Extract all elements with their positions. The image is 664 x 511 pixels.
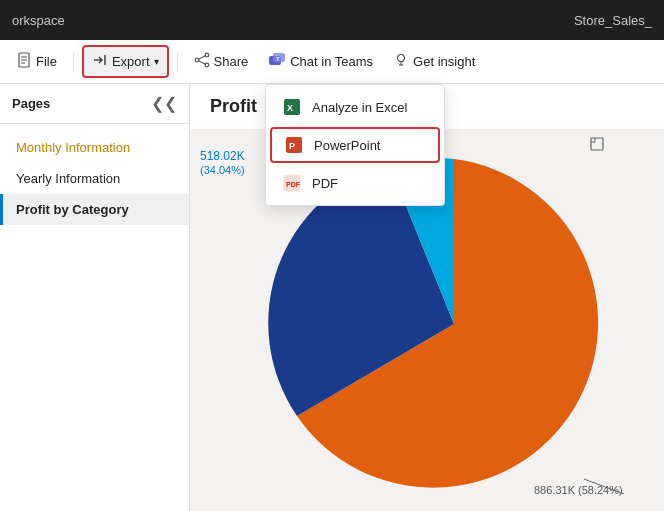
share-icon [194, 52, 210, 71]
sidebar-collapse-button[interactable]: ❮❮ [151, 94, 177, 113]
export-dropdown: X Analyze in Excel P PowerPoint PDF [265, 84, 445, 206]
sidebar-item-profit-label: Profit by Category [16, 202, 129, 217]
expand-icon[interactable] [590, 137, 604, 154]
sidebar-item-yearly-label: Yearly Information [16, 171, 120, 186]
svg-text:PDF: PDF [286, 181, 301, 188]
sidebar-item-yearly[interactable]: Yearly Information [0, 163, 189, 194]
pdf-label: PDF [312, 176, 338, 191]
toolbar-separator-2 [177, 52, 178, 72]
svg-line-10 [198, 61, 205, 64]
top-bar: orkspace Store_Sales_ [0, 0, 664, 40]
svg-text:P: P [289, 141, 295, 151]
svg-point-6 [205, 53, 209, 57]
toolbar-separator [73, 52, 74, 72]
svg-point-14 [398, 55, 405, 62]
powerpoint-item[interactable]: P PowerPoint [270, 127, 440, 163]
export-icon [92, 52, 108, 71]
powerpoint-icon: P [284, 135, 304, 155]
excel-icon: X [282, 97, 302, 117]
chat-teams-button[interactable]: T Chat in Teams [260, 47, 381, 76]
sidebar-item-monthly-label: Monthly Information [16, 140, 130, 155]
export-label: Export [112, 54, 150, 69]
file-button[interactable]: File [8, 47, 65, 76]
store-label: Store_Sales_ [574, 13, 652, 28]
analyze-excel-label: Analyze in Excel [312, 100, 407, 115]
pdf-icon: PDF [282, 173, 302, 193]
powerpoint-label: PowerPoint [314, 138, 380, 153]
get-insight-button[interactable]: Get insight [385, 47, 483, 76]
svg-point-8 [195, 58, 199, 62]
workspace-label: orkspace [12, 13, 65, 28]
analyze-excel-item[interactable]: X Analyze in Excel [266, 89, 444, 125]
svg-rect-25 [591, 138, 603, 150]
share-label: Share [214, 54, 249, 69]
export-button[interactable]: Export ▾ [82, 45, 169, 78]
svg-text:886.31K (58.24%): 886.31K (58.24%) [534, 484, 623, 496]
share-button[interactable]: Share [186, 47, 257, 76]
file-label: File [36, 54, 57, 69]
file-icon [16, 52, 32, 71]
sidebar-header: Pages ❮❮ [0, 84, 189, 124]
svg-line-9 [198, 56, 205, 59]
svg-text:X: X [287, 103, 293, 113]
teams-icon: T [268, 52, 286, 71]
sidebar-item-profit[interactable]: Profit by Category [0, 194, 189, 225]
sidebar-navigation: Monthly Information Yearly Information P… [0, 124, 189, 233]
svg-text:T: T [276, 56, 280, 62]
sidebar-title: Pages [12, 96, 50, 111]
get-insight-label: Get insight [413, 54, 475, 69]
sidebar-item-monthly[interactable]: Monthly Information [0, 132, 189, 163]
svg-point-7 [205, 63, 209, 67]
insight-icon [393, 52, 409, 71]
report-title-text: Profit [210, 96, 257, 116]
toolbar: File Export ▾ Share [0, 40, 664, 84]
chat-teams-label: Chat in Teams [290, 54, 373, 69]
sidebar: Pages ❮❮ Monthly Information Yearly Info… [0, 84, 190, 511]
export-chevron-icon: ▾ [154, 56, 159, 67]
pdf-item[interactable]: PDF PDF [266, 165, 444, 201]
